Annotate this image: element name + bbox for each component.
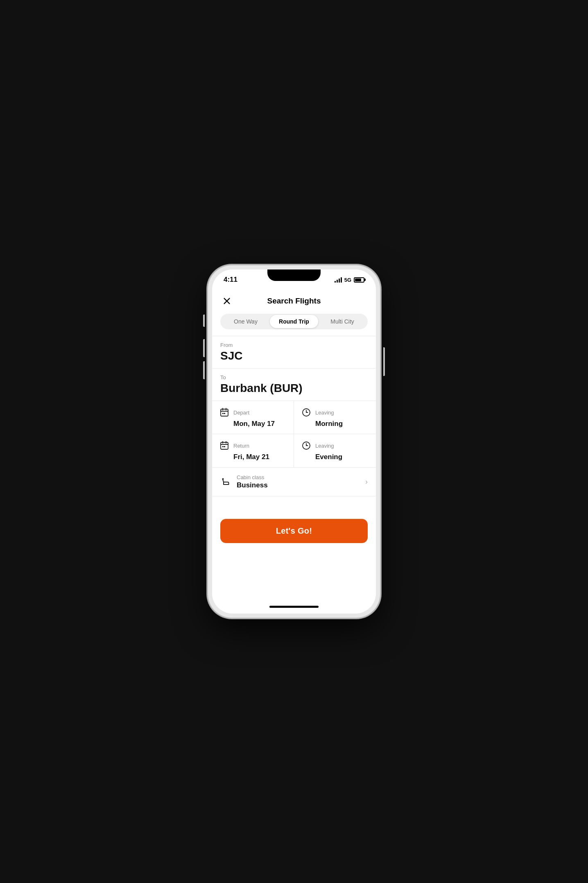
phone-screen: 4:11 5G xyxy=(212,269,376,614)
tab-multi-city[interactable]: Multi City xyxy=(318,315,366,328)
to-label: To xyxy=(220,374,368,380)
return-value: Fri, May 21 xyxy=(219,453,287,461)
home-bar xyxy=(269,606,319,608)
network-type: 5G xyxy=(344,277,351,283)
depart-value: Mon, May 17 xyxy=(219,420,287,428)
close-button[interactable] xyxy=(220,294,233,308)
return-time-value: Evening xyxy=(301,453,369,461)
depart-label: Depart xyxy=(233,410,249,416)
depart-time-label: Leaving xyxy=(315,410,334,416)
return-date-cell[interactable]: Return Fri, May 21 xyxy=(212,434,294,467)
screen-content: Search Flights One Way Round Trip Multi … xyxy=(212,290,376,600)
depart-date-cell[interactable]: Depart Mon, May 17 xyxy=(212,401,294,434)
cabin-info: Cabin class Business xyxy=(237,474,268,489)
svg-rect-6 xyxy=(222,413,224,414)
cta-section: Let's Go! xyxy=(212,512,376,553)
svg-rect-14 xyxy=(224,446,225,447)
seat-icon xyxy=(220,476,232,488)
chevron-right-icon: › xyxy=(365,478,368,486)
notch xyxy=(267,269,321,281)
silent-switch[interactable] xyxy=(203,315,205,327)
svg-point-16 xyxy=(222,478,224,480)
from-label: From xyxy=(220,342,368,348)
home-indicator xyxy=(212,600,376,614)
volume-down-button[interactable] xyxy=(203,361,205,379)
depart-time-cell[interactable]: Leaving Morning xyxy=(294,401,376,434)
tab-round-trip[interactable]: Round Trip xyxy=(270,315,318,328)
calendar-return-icon xyxy=(219,440,230,451)
battery-fill xyxy=(355,278,361,281)
to-value: Burbank (BUR) xyxy=(220,382,368,395)
date-time-grid: Depart Mon, May 17 Leaving xyxy=(212,401,376,467)
clock-icon-return xyxy=(301,440,312,451)
power-button[interactable] xyxy=(383,347,385,376)
svg-rect-2 xyxy=(221,409,228,416)
phone-frame: 4:11 5G xyxy=(208,265,380,618)
cabin-value: Business xyxy=(237,481,268,489)
status-time: 4:11 xyxy=(224,276,237,284)
trip-type-tabs: One Way Round Trip Multi City xyxy=(220,314,368,329)
volume-up-button[interactable] xyxy=(203,339,205,357)
cabin-label: Cabin class xyxy=(237,474,268,480)
cabin-class-row[interactable]: Cabin class Business › xyxy=(212,467,376,496)
battery-icon xyxy=(354,277,364,283)
clock-icon-depart xyxy=(301,407,312,418)
lets-go-button[interactable]: Let's Go! xyxy=(220,519,368,543)
cabin-left: Cabin class Business xyxy=(220,474,268,489)
return-label: Return xyxy=(233,443,249,449)
from-value: SJC xyxy=(220,349,368,362)
to-field[interactable]: To Burbank (BUR) xyxy=(212,368,376,401)
calendar-icon xyxy=(219,407,230,418)
signal-bars xyxy=(335,277,342,283)
svg-rect-13 xyxy=(222,446,224,447)
page-title: Search Flights xyxy=(267,297,321,306)
from-field[interactable]: From SJC xyxy=(212,336,376,368)
svg-rect-9 xyxy=(221,442,228,449)
page-header: Search Flights xyxy=(212,290,376,310)
return-time-label: Leaving xyxy=(315,443,334,449)
content-spacer xyxy=(212,496,376,512)
return-time-cell[interactable]: Leaving Evening xyxy=(294,434,376,467)
status-icons: 5G xyxy=(335,277,364,283)
depart-time-value: Morning xyxy=(301,420,369,428)
svg-rect-7 xyxy=(224,413,225,414)
tab-one-way[interactable]: One Way xyxy=(222,315,270,328)
